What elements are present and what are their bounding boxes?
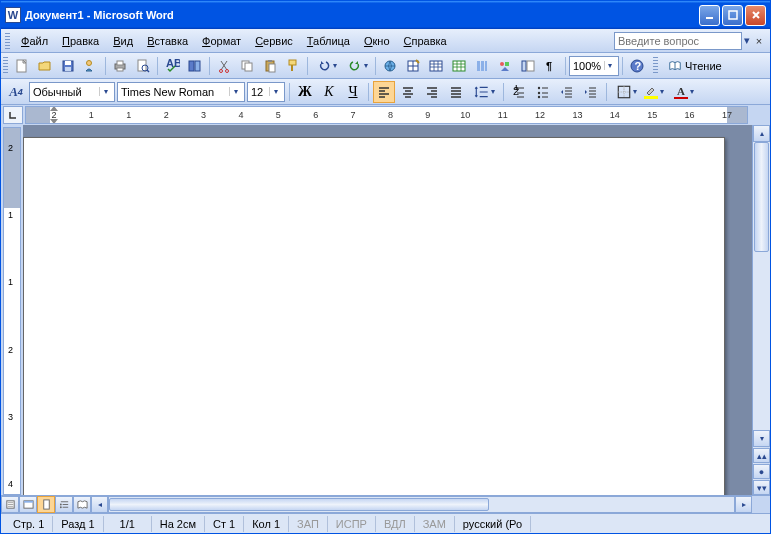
increase-indent-button[interactable] [580, 81, 602, 103]
toolbar-grip-2[interactable] [653, 57, 658, 75]
paste-button[interactable] [259, 55, 281, 77]
status-at[interactable]: На 2см [152, 516, 205, 532]
menubar-close-x[interactable]: × [752, 35, 766, 47]
reading-layout-button[interactable]: Чтение [661, 56, 729, 76]
prev-page-button[interactable]: ▴▴ [753, 448, 770, 463]
print-preview-button[interactable] [132, 55, 154, 77]
tab-selector[interactable] [3, 106, 23, 124]
status-section[interactable]: Разд 1 [53, 516, 103, 532]
scroll-left-button[interactable]: ◂ [91, 496, 108, 513]
align-center-button[interactable] [397, 81, 419, 103]
status-pages[interactable]: 1/1 [104, 516, 152, 532]
print-view-button[interactable] [37, 496, 55, 513]
horizontal-ruler[interactable]: 211234567891011121314151617 [1, 105, 770, 125]
styles-pane-icon[interactable]: A4 [5, 81, 27, 103]
help-search-dropdown[interactable]: ▾ [742, 34, 752, 47]
status-ovr[interactable]: ЗАМ [415, 516, 455, 532]
print-button[interactable] [109, 55, 131, 77]
vruler-scale[interactable]: 211234 [3, 127, 21, 495]
document-page[interactable] [23, 137, 725, 495]
browse-object-button[interactable]: ● [753, 464, 770, 479]
line-spacing-button[interactable]: ▾ [469, 81, 499, 103]
bulleted-list-button[interactable] [532, 81, 554, 103]
columns-button[interactable] [471, 55, 493, 77]
borders-button[interactable]: ▾ [611, 81, 641, 103]
align-left-button[interactable] [373, 81, 395, 103]
menu-table[interactable]: Таблица [300, 33, 357, 49]
next-page-button[interactable]: ▾▾ [753, 480, 770, 495]
docmap-button[interactable] [517, 55, 539, 77]
status-rec[interactable]: ЗАП [289, 516, 328, 532]
menu-format[interactable]: Формат [195, 33, 248, 49]
align-right-button[interactable] [421, 81, 443, 103]
redo-button[interactable]: ▾ [342, 55, 372, 77]
menu-edit[interactable]: Правка [55, 33, 106, 49]
menu-file[interactable]: Файл [14, 33, 55, 49]
status-ext[interactable]: ВДЛ [376, 516, 415, 532]
menu-help[interactable]: Справка [397, 33, 454, 49]
tables-borders-button[interactable] [402, 55, 424, 77]
permissions-button[interactable] [80, 55, 102, 77]
hanging-indent-marker[interactable] [50, 119, 58, 124]
menu-tools[interactable]: Сервис [248, 33, 300, 49]
minimize-button[interactable] [699, 5, 720, 26]
open-button[interactable] [34, 55, 56, 77]
status-page[interactable]: Стр. 1 [5, 516, 53, 532]
toolbar-grip-1[interactable] [3, 57, 8, 75]
insert-table-button[interactable] [425, 55, 447, 77]
insert-excel-button[interactable] [448, 55, 470, 77]
status-trk[interactable]: ИСПР [328, 516, 376, 532]
status-line[interactable]: Ст 1 [205, 516, 244, 532]
vertical-scrollbar[interactable]: ▴ ▾ ▴▴ ● ▾▾ [752, 125, 770, 495]
cut-button[interactable] [213, 55, 235, 77]
italic-button[interactable]: К [318, 81, 340, 103]
copy-button[interactable] [236, 55, 258, 77]
new-doc-button[interactable] [11, 55, 33, 77]
first-line-indent-marker[interactable] [50, 106, 58, 111]
help-search-input[interactable] [614, 32, 742, 50]
menu-view[interactable]: Вид [106, 33, 140, 49]
vscroll-thumb[interactable] [754, 142, 769, 252]
menu-insert[interactable]: Вставка [140, 33, 195, 49]
help-button[interactable]: ? [626, 55, 648, 77]
outline-view-button[interactable] [55, 496, 73, 513]
zoom-combo[interactable]: 100%▾ [569, 56, 619, 76]
font-combo[interactable]: Times New Roman▾ [117, 82, 245, 102]
drawing-button[interactable] [494, 55, 516, 77]
menubar-grip[interactable] [5, 33, 10, 49]
align-justify-button[interactable] [445, 81, 467, 103]
highlight-color-button[interactable]: ▾ [643, 81, 671, 103]
bold-button[interactable]: Ж [294, 81, 316, 103]
scroll-up-button[interactable]: ▴ [753, 125, 770, 142]
format-painter-button[interactable] [282, 55, 304, 77]
scroll-right-button[interactable]: ▸ [735, 496, 752, 513]
status-col[interactable]: Кол 1 [244, 516, 289, 532]
font-size-combo[interactable]: 12▾ [247, 82, 285, 102]
spellcheck-button[interactable]: ABC [161, 55, 183, 77]
vscroll-track[interactable] [753, 142, 770, 430]
document-area[interactable] [23, 125, 752, 495]
style-combo[interactable]: Обычный▾ [29, 82, 115, 102]
hscroll-track[interactable] [108, 496, 735, 513]
underline-button[interactable]: Ч [342, 81, 364, 103]
save-button[interactable] [57, 55, 79, 77]
font-color-button[interactable]: A▾ [673, 81, 701, 103]
menu-window[interactable]: Окно [357, 33, 397, 49]
scroll-down-button[interactable]: ▾ [753, 430, 770, 447]
hruler-scale[interactable]: 211234567891011121314151617 [25, 106, 748, 124]
show-marks-button[interactable]: ¶ [540, 55, 562, 77]
vertical-ruler[interactable]: 211234 [1, 125, 23, 495]
hscroll-thumb[interactable] [109, 498, 489, 511]
research-button[interactable] [184, 55, 206, 77]
undo-button[interactable]: ▾ [311, 55, 341, 77]
normal-view-button[interactable] [1, 496, 19, 513]
close-button[interactable] [745, 5, 766, 26]
reading-view-button[interactable] [73, 496, 91, 513]
numbered-list-button[interactable]: 12 [508, 81, 530, 103]
decrease-indent-button[interactable] [556, 81, 578, 103]
status-lang[interactable]: русский (Ро [455, 516, 531, 532]
hyperlink-button[interactable] [379, 55, 401, 77]
web-view-button[interactable] [19, 496, 37, 513]
maximize-button[interactable] [722, 5, 743, 26]
horizontal-scrollbar[interactable]: ◂ ▸ [91, 496, 752, 513]
